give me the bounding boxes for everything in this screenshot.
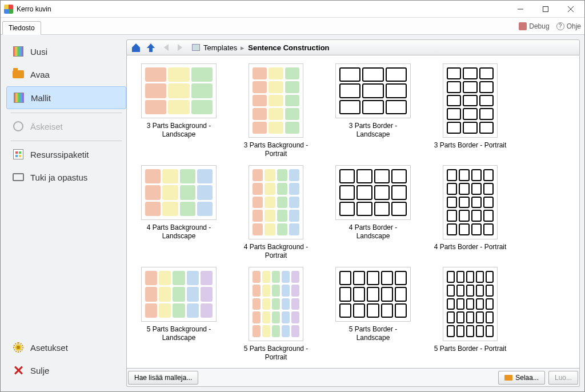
sidebar-footer: Asetukset Sulje: [6, 337, 126, 386]
template-item[interactable]: 5 Parts Border - Landscape: [332, 267, 414, 362]
sidebar-item-recent[interactable]: Äskeiset: [6, 115, 126, 137]
template-item[interactable]: 3 Parts Background - Landscape: [138, 63, 219, 158]
back-button[interactable]: [159, 41, 173, 54]
minimize-button[interactable]: [508, 1, 533, 17]
close-window-button[interactable]: [558, 1, 583, 17]
template-label: 3 Parts Background - Portrait: [235, 141, 316, 158]
browse-label: Selaa...: [515, 374, 539, 382]
template-item[interactable]: 4 Parts Background - Portrait: [235, 165, 316, 260]
breadcrumb-current: Sentence Construction: [248, 43, 329, 52]
template-label: 4 Parts Background - Landscape: [138, 223, 219, 241]
sidebar-item-close[interactable]: Sulje: [6, 359, 126, 381]
minimize-icon: [518, 6, 523, 12]
debug-label: Debug: [529, 22, 549, 30]
sidebar-item-support[interactable]: Tuki ja opastus: [6, 166, 126, 188]
template-item[interactable]: 3 Parts Border - Landscape: [332, 63, 414, 158]
breadcrumb-separator: ▸: [241, 43, 245, 52]
template-label: 3 Parts Background - Landscape: [138, 122, 219, 139]
app-icon: [4, 5, 13, 14]
file-tab[interactable]: Tiedosto: [2, 21, 41, 35]
create-label: Luo...: [555, 374, 572, 382]
up-button[interactable]: [144, 41, 158, 54]
breadcrumb: Templates ▸ Sentence Construction: [192, 43, 330, 52]
template-thumbnail: [335, 267, 411, 322]
template-label: 3 Parts Border - Portrait: [434, 141, 507, 158]
main: Templates ▸ Sentence Construction 3 Part…: [126, 35, 584, 391]
content: Uusi Avaa Mallit Äskeiset Resurssipaketi…: [1, 35, 584, 391]
template-item[interactable]: 5 Parts Background - Landscape: [138, 267, 219, 362]
template-thumbnail: [141, 63, 217, 118]
sidebar-item-label: Äskeiset: [30, 122, 63, 131]
template-item[interactable]: 3 Parts Border - Portrait: [430, 63, 511, 158]
bottom-bar: Hae lisää malleja... Selaa... Luo...: [126, 369, 580, 387]
sidebar-item-resources[interactable]: Resurssipaketit: [6, 143, 126, 165]
maximize-button[interactable]: [533, 1, 558, 17]
up-arrow-icon: [145, 42, 157, 53]
forward-arrow-icon: [175, 42, 186, 53]
sidebar-item-open[interactable]: Avaa: [6, 63, 126, 85]
home-button[interactable]: [129, 41, 143, 54]
bug-icon: [519, 22, 527, 30]
titlebar: Kerro kuvin: [1, 1, 584, 18]
template-thumbnail: [249, 63, 303, 138]
sidebar-item-label: Avaa: [30, 70, 50, 79]
template-thumbnail: [443, 63, 498, 138]
support-icon: [12, 171, 25, 183]
separator: [11, 113, 122, 113]
template-label: 3 Parts Border - Landscape: [332, 122, 414, 139]
debug-button[interactable]: Debug: [515, 21, 552, 32]
sidebar-item-label: Tuki ja opastus: [30, 173, 87, 182]
template-item[interactable]: 4 Parts Background - Landscape: [138, 165, 219, 260]
breadcrumb-bar: Templates ▸ Sentence Construction: [126, 39, 580, 55]
sidebar-item-settings[interactable]: Asetukset: [6, 337, 126, 358]
template-item[interactable]: 5 Parts Border - Portrait: [430, 267, 511, 362]
create-button[interactable]: Luo...: [548, 371, 578, 385]
breadcrumb-root[interactable]: Templates: [203, 43, 237, 52]
window-title: Kerro kuvin: [17, 5, 508, 13]
sidebar-item-label: Mallit: [31, 93, 51, 103]
folder-icon: [192, 44, 200, 51]
help-button[interactable]: ? Ohje: [553, 21, 584, 32]
template-item[interactable]: 4 Parts Border - Landscape: [332, 165, 414, 260]
sidebar-item-templates[interactable]: Mallit: [6, 86, 126, 109]
template-thumbnail: [443, 267, 498, 341]
close-icon: [568, 6, 574, 12]
template-item[interactable]: 3 Parts Background - Portrait: [235, 63, 316, 158]
separator: [11, 141, 122, 141]
template-thumbnail: [335, 165, 411, 220]
templates-icon: [13, 91, 25, 104]
sidebar-item-new[interactable]: Uusi: [6, 41, 126, 62]
template-thumbnail: [249, 267, 303, 341]
template-thumbnail: [249, 165, 303, 239]
template-thumbnail: [141, 165, 217, 220]
back-arrow-icon: [161, 42, 171, 53]
sidebar: Uusi Avaa Mallit Äskeiset Resurssipaketi…: [1, 35, 126, 391]
template-label: 4 Parts Background - Portrait: [235, 243, 316, 260]
new-icon: [12, 45, 25, 58]
help-icon: ?: [556, 22, 564, 30]
browse-button[interactable]: Selaa...: [498, 371, 545, 385]
folder-icon: [504, 375, 512, 381]
template-thumbnail: [443, 165, 498, 239]
get-more-templates-button[interactable]: Hae lisää malleja...: [128, 371, 198, 385]
x-icon: [12, 364, 25, 377]
template-label: 4 Parts Border - Landscape: [332, 223, 414, 241]
gear-icon: [12, 341, 25, 354]
template-label: 4 Parts Border - Portrait: [434, 243, 507, 260]
template-thumbnail: [141, 267, 217, 322]
recent-icon: [12, 120, 25, 133]
template-label: 5 Parts Border - Portrait: [434, 345, 507, 362]
maximize-icon: [543, 6, 548, 12]
forward-button[interactable]: [174, 41, 187, 54]
template-label: 5 Parts Background - Landscape: [138, 325, 219, 342]
template-label: 5 Parts Background - Portrait: [235, 345, 316, 362]
template-item[interactable]: 5 Parts Background - Portrait: [235, 267, 316, 362]
settings-label: Asetukset: [30, 343, 68, 353]
menu-bar: Tiedosto Debug ? Ohje: [1, 18, 584, 35]
template-item[interactable]: 4 Parts Border - Portrait: [430, 165, 511, 260]
close-label: Sulje: [30, 366, 49, 375]
svg-rect-1: [543, 6, 548, 11]
resources-icon: [12, 148, 25, 161]
help-label: Ohje: [567, 22, 581, 30]
home-icon: [130, 42, 142, 53]
